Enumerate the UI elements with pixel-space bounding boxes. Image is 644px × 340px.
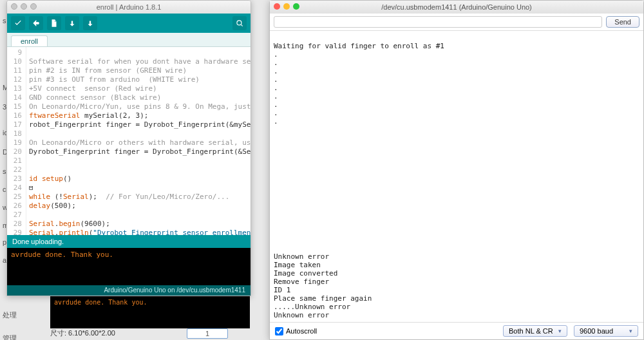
serial-monitor-button[interactable] bbox=[232, 16, 247, 30]
line-ending-select[interactable]: Both NL & CR▾ bbox=[503, 325, 567, 337]
serial-output[interactable]: Waiting for valid finger to enroll as #1… bbox=[270, 31, 643, 322]
send-button[interactable]: Send bbox=[606, 16, 639, 28]
upload-button[interactable] bbox=[29, 16, 43, 30]
autoscroll-label: Autoscroll bbox=[286, 327, 317, 335]
serial-titlebar[interactable]: /dev/cu.usbmodem1411 (Arduino/Genuino Un… bbox=[270, 1, 643, 14]
verify-button[interactable] bbox=[11, 16, 25, 30]
serial-output-bottom: Unknown error Image taken Image converte… bbox=[274, 252, 372, 319]
zoom-icon[interactable] bbox=[30, 3, 37, 10]
line-gutter: 9101112131415161718192021222324252627282… bbox=[7, 47, 26, 235]
close-icon[interactable] bbox=[11, 3, 17, 10]
minimize-icon[interactable] bbox=[283, 3, 290, 10]
chevron-updown-icon: ▾ bbox=[558, 328, 562, 334]
board-footer: Arduino/Genuino Uno on /dev/cu.usbmodem1… bbox=[7, 285, 251, 296]
code-editor[interactable]: 9101112131415161718192021222324252627282… bbox=[7, 47, 251, 235]
close-icon[interactable] bbox=[274, 3, 280, 10]
bg-label: 处理 bbox=[0, 310, 17, 320]
send-row: Send bbox=[270, 14, 643, 31]
status-bar: Done uploading. bbox=[7, 235, 251, 248]
window-title: enroll | Arduino 1.8.1 bbox=[97, 3, 162, 11]
autoscroll-checkbox[interactable]: Autoscroll bbox=[275, 327, 317, 335]
minimize-icon[interactable] bbox=[21, 3, 27, 10]
serial-input[interactable] bbox=[274, 16, 602, 28]
autoscroll-input[interactable] bbox=[275, 327, 283, 335]
window-controls[interactable] bbox=[274, 3, 299, 10]
new-button[interactable] bbox=[47, 16, 61, 30]
bg-field: 尺寸: 6.10*6.00*2.00 bbox=[50, 328, 115, 338]
build-console[interactable]: avrdude done. Thank you. bbox=[7, 248, 251, 285]
behind-console: avrdude done. Thank you. bbox=[50, 296, 250, 328]
serial-monitor-window: /dev/cu.usbmodem1411 (Arduino/Genuino Un… bbox=[269, 0, 644, 340]
tab-bar: enroll bbox=[7, 33, 251, 47]
save-button[interactable] bbox=[83, 16, 97, 30]
serial-title: /dev/cu.usbmodem1411 (Arduino/Genuino Un… bbox=[381, 3, 532, 11]
chevron-updown-icon: ▾ bbox=[629, 328, 632, 334]
zoom-icon[interactable] bbox=[293, 3, 299, 10]
open-button[interactable] bbox=[65, 16, 79, 30]
code-area[interactable]: Software serial for when you dont have a… bbox=[26, 47, 251, 235]
serial-output-top: Waiting for valid finger to enroll as #1… bbox=[274, 42, 444, 126]
arduino-ide-window: enroll | Arduino 1.8.1 enroll 9101112131… bbox=[6, 0, 251, 296]
arduino-titlebar[interactable]: enroll | Arduino 1.8.1 bbox=[7, 1, 251, 14]
svg-point-0 bbox=[237, 21, 242, 25]
arduino-toolbar bbox=[7, 14, 251, 33]
serial-footer: Autoscroll Both NL & CR▾ 9600 baud▾ bbox=[270, 322, 643, 339]
baud-select[interactable]: 9600 baud▾ bbox=[574, 325, 638, 337]
bg-label: 3 bbox=[0, 103, 6, 111]
bg-page: 1 bbox=[187, 328, 228, 339]
bg-label: 管理 bbox=[0, 334, 17, 340]
window-controls[interactable] bbox=[11, 3, 37, 10]
tab-enroll[interactable]: enroll bbox=[11, 35, 48, 46]
console-text: avrdude done. Thank you. bbox=[11, 250, 113, 259]
